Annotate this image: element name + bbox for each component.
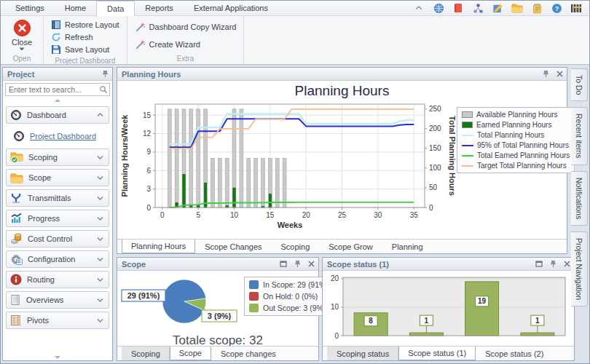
legend-marker: [462, 135, 473, 136]
bottom-row: Scope 29 (91%)3 (9%) In Scope: 29 (91%)O…: [117, 257, 567, 361]
barcode-icon[interactable]: [570, 2, 582, 14]
org-icon[interactable]: [472, 2, 484, 14]
svg-text:20: 20: [331, 274, 339, 282]
search-input[interactable]: [5, 83, 110, 96]
scope-status-bar-chart: 8119101020: [323, 271, 574, 346]
right-dock-tabstrip: To DoRecent itemsNotificationsProject Na…: [571, 67, 588, 361]
tab-scope-changes[interactable]: Scope Changes: [195, 240, 271, 253]
scroll-up-indicator[interactable]: [3, 97, 112, 103]
pivots-icon: [10, 314, 22, 326]
chevron-up-icon[interactable]: [413, 2, 425, 14]
tab-scope-status-1[interactable]: Scope status (1): [398, 347, 476, 360]
tab-scope-changes[interactable]: Scope changes: [211, 347, 286, 360]
planning-chart-area: 0369121505010015020025005101520253035Wee…: [117, 100, 567, 239]
pin-icon[interactable]: [101, 70, 109, 79]
gauge-icon: [10, 109, 22, 121]
tab-scoping[interactable]: Scoping: [122, 347, 170, 360]
workspace: Project DashboardProject DashboardScopin…: [1, 65, 589, 363]
tab-scoping[interactable]: Scoping: [272, 240, 320, 253]
svg-text:Total Planning Hours: Total Planning Hours: [448, 116, 455, 196]
svg-text:50: 50: [429, 183, 438, 191]
search-icon[interactable]: [99, 85, 108, 94]
refresh-button[interactable]: Refresh: [48, 31, 122, 43]
pin-icon[interactable]: [541, 70, 550, 79]
button-label: Restore Layout: [65, 20, 119, 29]
globe-icon[interactable]: [433, 2, 444, 14]
sidebar-item-transmittals[interactable]: Transmittals: [6, 189, 109, 207]
tab-scope[interactable]: Scope: [170, 347, 211, 360]
dashboard-copy-wizard-button[interactable]: Dashboard Copy Wizard: [132, 18, 240, 36]
ribbon-tab-reports[interactable]: Reports: [135, 1, 184, 15]
legend-label: Total Earned Planning Hours: [477, 151, 570, 159]
sidebar-item-pivots[interactable]: Pivots: [6, 312, 109, 329]
close-x-icon[interactable]: [307, 260, 315, 269]
dock-tab-to-do[interactable]: To Do: [571, 68, 588, 101]
sidebar-item-overviews[interactable]: Overviews: [6, 291, 109, 309]
sidebar-item-progress[interactable]: Progress: [6, 210, 109, 227]
restore-layout-button[interactable]: Restore Layout: [48, 18, 122, 31]
svg-text:0: 0: [146, 204, 151, 212]
ribbon-tab-settings[interactable]: Settings: [5, 1, 55, 15]
status-tabstrip: Scoping statusScope status (1)Scope stat…: [323, 346, 574, 360]
legend-label: Out Scope: 3 (9%): [263, 304, 326, 312]
book-icon[interactable]: [452, 2, 464, 14]
svg-text:20: 20: [302, 211, 311, 219]
folder-icon[interactable]: [511, 2, 523, 14]
svg-text:?: ?: [554, 4, 558, 12]
ribbon-tab-external-applications[interactable]: External Applications: [184, 1, 278, 15]
edit-icon[interactable]: [492, 2, 503, 14]
planning-hours-panel: Planning Hours Planning Hours 0369121505…: [117, 67, 567, 254]
planning-panel-header: Planning Hours: [117, 68, 567, 81]
sidebar-item-configuration[interactable]: Configuration: [6, 250, 109, 268]
svg-text:25: 25: [338, 211, 347, 219]
dock-tab-notifications[interactable]: Notifications: [571, 171, 588, 226]
legend-entry: Total Earned Planning Hours: [462, 151, 570, 159]
scope-panel: Scope 29 (91%)3 (9%) In Scope: 29 (91%)O…: [117, 257, 319, 361]
tab-scope-grow[interactable]: Scope Grow: [319, 240, 382, 253]
chevron-down-icon: [96, 215, 104, 221]
dock-tab-project-navigation[interactable]: Project Navigation: [571, 232, 588, 306]
planning-panel-title: Planning Hours: [122, 70, 181, 79]
sidebar-item-label: Configuration: [28, 255, 75, 264]
refresh-icon: [51, 32, 61, 42]
sidebar-link-project-dashboard[interactable]: Project Dashboard: [13, 127, 109, 145]
caret-down-icon: [19, 47, 25, 51]
ribbon-body: CloseOpenRestore LayoutRefreshSave Layou…: [1, 16, 589, 64]
sidebar-item-routing[interactable]: Routing: [6, 271, 109, 288]
ribbon-group-project-dashboard: Restore LayoutRefreshSave LayoutProject …: [44, 16, 127, 64]
maximize-icon[interactable]: [279, 260, 288, 269]
button-label: Refresh: [65, 33, 93, 41]
legend-entry: 95% of Total Planning Hours: [462, 141, 570, 149]
scroll-down-indicator[interactable]: [3, 354, 112, 360]
legend-entry: Earned Planning Hours: [462, 121, 570, 129]
close-x-icon[interactable]: [555, 70, 564, 79]
routing-icon: [10, 274, 22, 285]
close-button[interactable]: Close: [5, 17, 39, 53]
pin-icon[interactable]: [548, 260, 557, 269]
create-wizard-button[interactable]: Create Wizard: [132, 36, 240, 53]
tab-planning[interactable]: Planning: [382, 240, 433, 253]
chevron-down-icon: [96, 154, 104, 160]
save-layout-button[interactable]: Save Layout: [48, 43, 122, 55]
sidebar-item-dashboard[interactable]: Dashboard: [6, 106, 109, 124]
sidebar-item-scope[interactable]: Scope: [6, 169, 109, 186]
ribbon-tab-home[interactable]: Home: [55, 1, 96, 15]
sidebar-item-list: DashboardProject DashboardScopingScopeTr…: [3, 103, 112, 354]
scope-panel-header: Scope: [117, 258, 318, 271]
sidebar-item-scoping[interactable]: Scoping: [6, 149, 109, 166]
help-icon[interactable]: ?: [551, 2, 562, 14]
save-icon: [51, 44, 61, 55]
maximize-icon[interactable]: [535, 260, 543, 269]
button-label: Close: [12, 38, 32, 47]
sidebar-item-cost-control[interactable]: Cost Control: [6, 230, 109, 248]
ribbon-tab-data[interactable]: Data: [96, 1, 135, 16]
dock-tab-recent-items[interactable]: Recent items: [571, 107, 588, 165]
sidebar-item-label: Dashboard: [27, 111, 66, 119]
scope-pie-legend: In Scope: 29 (91%)On Hold: 0 (0%)Out Sco…: [244, 277, 334, 316]
tab-scope-status-2[interactable]: Scope status (2): [476, 347, 553, 360]
tab-scoping-status[interactable]: Scoping status: [327, 347, 398, 360]
close-x-icon[interactable]: [562, 260, 571, 269]
paste-icon[interactable]: [531, 2, 543, 14]
pin-icon[interactable]: [293, 260, 302, 269]
tab-planning-hours[interactable]: Planning Hours: [122, 240, 195, 253]
